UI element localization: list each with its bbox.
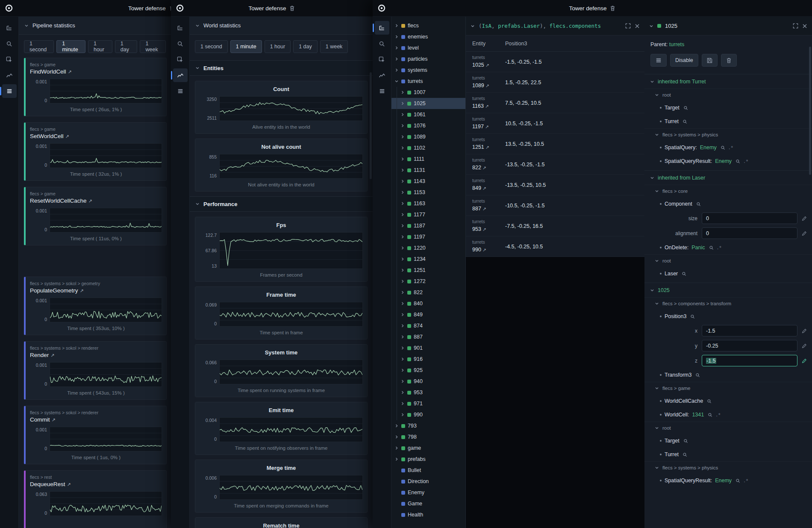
stats-icon[interactable] (375, 84, 389, 98)
tree-icon[interactable] (2, 21, 17, 35)
component-path[interactable]: flecs > core (644, 185, 812, 197)
search-icon[interactable] (683, 119, 687, 124)
entity-link[interactable]: 1089 ↗ (472, 83, 489, 88)
chevron-down-icon[interactable] (649, 24, 653, 28)
query-result-row-822[interactable]: turrets822 ↗-13.5, -0.25, -1.5 (466, 154, 644, 175)
edit-icon[interactable] (802, 328, 807, 333)
tree-icon[interactable] (173, 21, 188, 35)
component-value[interactable]: 1341 (692, 412, 704, 418)
search-icon[interactable] (709, 245, 714, 250)
tree-item-enemies[interactable]: enemies (391, 31, 465, 42)
tree-item-971[interactable]: 971 (391, 398, 465, 409)
query-result-row-1163[interactable]: turrets1163 ↗7.5, -0.25, 10.5 (466, 93, 644, 113)
tree-item-990[interactable]: 990 (391, 409, 465, 420)
component-path[interactable]: root (644, 422, 812, 434)
field-input-x[interactable]: -1.5 (702, 325, 797, 336)
entity-link[interactable]: 990 ↗ (472, 247, 486, 253)
entity-link[interactable]: 1025 ↗ (472, 62, 489, 68)
close-icon[interactable] (635, 24, 640, 29)
inspector-group-1025[interactable]: 1025 (644, 283, 812, 297)
expand-icon[interactable] (625, 23, 631, 29)
chart-icon[interactable] (2, 68, 17, 82)
tree-item-1177[interactable]: 1177 (391, 209, 465, 220)
time-range-button-1-week[interactable]: 1 week (320, 40, 348, 53)
entity-link[interactable]: 1197 ↗ (472, 124, 489, 130)
tree-item-1131[interactable]: 1131 (391, 165, 465, 176)
query-result-row-953[interactable]: turrets953 ↗-7.5, -0.25, 16.5 (466, 216, 644, 236)
section-header-performance[interactable]: Performance (190, 196, 373, 212)
time-range-button-1-week[interactable]: 1 week (140, 40, 166, 53)
section-header-entities[interactable]: Entities (190, 60, 373, 76)
edit-icon[interactable] (802, 358, 807, 363)
scrollbar-thumb[interactable] (809, 47, 811, 175)
tree-item-1007[interactable]: 1007 (391, 87, 465, 98)
scrollbar-thumb[interactable] (370, 72, 372, 179)
tree-item-Health[interactable]: Health (391, 509, 465, 520)
tree-item-1143[interactable]: 1143 (391, 176, 465, 187)
search-icon[interactable] (683, 452, 687, 457)
component-value[interactable]: Enemy (700, 145, 717, 150)
search-icon[interactable] (736, 478, 740, 483)
query-result-row-1197[interactable]: turrets1197 ↗10.5, -0.25, -1.5 (466, 113, 644, 134)
table-view-button[interactable] (650, 54, 667, 67)
tree-item-systems[interactable]: systems (391, 65, 465, 76)
time-range-button-1-second[interactable]: 1 second (195, 40, 228, 53)
tree-item-1251[interactable]: 1251 (391, 265, 465, 276)
tree-item-1220[interactable]: 1220 (391, 242, 465, 254)
chart-icon[interactable] (173, 68, 188, 82)
tree-item-Enemy[interactable]: Enemy (391, 487, 465, 498)
query-result-row-1025[interactable]: turrets1025 ↗-1.5, -0.25, -1.5 (466, 52, 644, 72)
entity-link[interactable]: 1251 ↗ (472, 144, 489, 150)
query-result-row-849[interactable]: turrets849 ↗-13.5, -0.25, 10.5 (466, 175, 644, 195)
tree-item-Game[interactable]: Game (391, 498, 465, 509)
system-link[interactable]: Commit↗ (30, 416, 162, 423)
component-value[interactable]: Panic (691, 245, 705, 251)
expand-icon[interactable] (793, 23, 798, 29)
search-icon[interactable] (695, 373, 700, 378)
tree-item-turrets[interactable]: turrets (391, 76, 465, 87)
tree-item-1197[interactable]: 1197 (391, 231, 465, 242)
query-result-row-887[interactable]: turrets887 ↗-10.5, -0.25, -1.5 (466, 195, 644, 216)
tree-item-925[interactable]: 925 (391, 365, 465, 376)
close-icon[interactable] (802, 24, 807, 29)
tree-item-1153[interactable]: 1153 (391, 187, 465, 198)
component-value[interactable]: Enemy (715, 478, 732, 484)
entity-link[interactable]: 849 ↗ (472, 185, 486, 191)
tree-item-1076[interactable]: 1076 (391, 120, 465, 131)
query-input[interactable]: (IsA, prefabs.Laser), flecs.components (479, 23, 621, 29)
query-result-row-990[interactable]: turrets990 ↗-4.5, -0.25, 10.5 (466, 236, 644, 257)
component-path[interactable]: flecs > systems > physics (644, 128, 812, 141)
tree-item-particles[interactable]: particles (391, 53, 465, 65)
tree-item-849[interactable]: 849 (391, 309, 465, 320)
component-path[interactable]: flecs > components > transform (644, 297, 812, 310)
edit-icon[interactable] (802, 231, 807, 236)
stats-icon[interactable] (2, 84, 17, 98)
stats-icon[interactable] (173, 84, 188, 98)
tree-item-793[interactable]: 793 (391, 420, 465, 431)
component-path[interactable]: flecs > game (644, 382, 812, 394)
entity-link[interactable]: 1163 ↗ (472, 103, 489, 109)
system-link[interactable]: ResetWorldCellCache↗ (30, 198, 162, 204)
time-range-button-1-hour[interactable]: 1 hour (265, 40, 291, 53)
trash-icon[interactable] (610, 5, 615, 11)
delete-button[interactable] (721, 54, 737, 67)
component-path[interactable]: root (644, 88, 812, 101)
tree-item-Direction[interactable]: Direction (391, 476, 465, 487)
tree-item-1102[interactable]: 1102 (391, 142, 465, 153)
system-link[interactable]: SetWorldCell↗ (30, 133, 162, 139)
tree-item-prefabs[interactable]: prefabs (391, 454, 465, 465)
tree-item-916[interactable]: 916 (391, 354, 465, 365)
tree-item-1234[interactable]: 1234 (391, 254, 465, 265)
component-path[interactable]: root (644, 254, 812, 267)
tree-item-1061[interactable]: 1061 (391, 109, 465, 120)
tree-item-1163[interactable]: 1163 (391, 198, 465, 209)
tree-item-798[interactable]: 798 (391, 431, 465, 442)
edit-icon[interactable] (802, 216, 807, 221)
system-link[interactable]: FindWorldCell↗ (30, 68, 162, 75)
field-input-z[interactable]: -1.5 (702, 355, 797, 366)
inspect-icon[interactable] (2, 53, 17, 66)
field-input-size[interactable]: 0 (702, 212, 797, 224)
search-icon[interactable] (173, 37, 188, 50)
tree-item-Bullet[interactable]: Bullet (391, 465, 465, 476)
inspector-group-inherited-from-Turret[interactable]: inherited from Turret (644, 74, 812, 88)
